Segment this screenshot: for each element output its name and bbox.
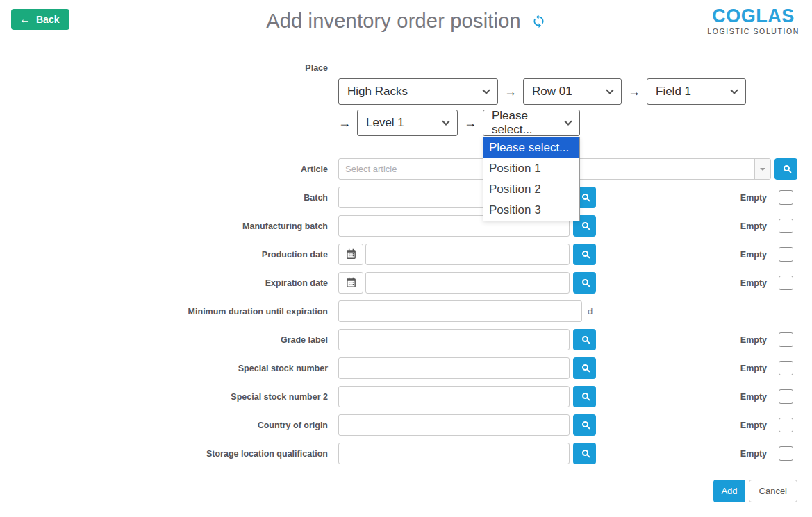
- batch-empty-checkbox[interactable]: [779, 190, 793, 205]
- minimum-duration-row: Minimum duration until expiration d: [0, 300, 812, 322]
- batch-row: Batch Empty: [0, 187, 812, 208]
- minimum-duration-input[interactable]: [338, 300, 582, 322]
- search-icon: [582, 393, 588, 399]
- place-level-select[interactable]: Level 1: [357, 110, 458, 136]
- special-stock-number-2-empty-checkbox[interactable]: [779, 389, 793, 404]
- grade-label-empty-checkbox[interactable]: [779, 332, 793, 347]
- storage-location-qualification-empty-label: Empty: [740, 449, 767, 459]
- page-title: Add inventory order position: [266, 10, 521, 33]
- manufacturing-batch-row: Manufacturing batch Empty: [0, 215, 812, 237]
- back-button-label: Back: [36, 14, 59, 25]
- special-stock-number-input[interactable]: [338, 357, 570, 379]
- arrow-right-icon: →: [338, 116, 351, 130]
- place-field-select[interactable]: Field 1: [647, 78, 746, 105]
- cancel-button[interactable]: Cancel: [749, 480, 797, 502]
- special-stock-number-2-search-button[interactable]: [573, 386, 596, 407]
- production-date-label: Production date: [0, 250, 328, 260]
- country-of-origin-label: Country of origin: [0, 421, 328, 430]
- expiration-date-input[interactable]: [365, 272, 570, 294]
- special-stock-number-label: Special stock number: [0, 364, 328, 373]
- arrow-right-icon: →: [504, 85, 517, 99]
- logo-wordmark: COGLAS: [707, 6, 799, 26]
- special-stock-number-empty-checkbox[interactable]: [779, 361, 793, 375]
- dropdown-option-position-1[interactable]: Position 1: [483, 158, 579, 179]
- chevron-down-icon: [730, 86, 738, 94]
- manufacturing-batch-label: Manufacturing batch: [0, 221, 328, 231]
- position-dropdown-list: Please select... Position 1 Position 2 P…: [483, 137, 580, 221]
- back-button[interactable]: ← Back: [11, 9, 69, 30]
- form-area: Place High Racks → Row 01 → Field 1: [0, 42, 812, 502]
- header: ← Back Add inventory order position COGL…: [0, 0, 812, 42]
- search-icon: [582, 421, 588, 427]
- country-of-origin-empty-label: Empty: [740, 421, 767, 430]
- article-dropdown-toggle[interactable]: [754, 159, 770, 179]
- chevron-down-icon: [442, 117, 449, 125]
- search-icon: [582, 222, 588, 228]
- chevron-down-icon: [482, 86, 490, 94]
- minimum-duration-label: Minimum duration until expiration: [0, 307, 328, 316]
- dropdown-option-please-select[interactable]: Please select...: [483, 137, 579, 158]
- production-date-row: Production date Empty: [0, 244, 812, 265]
- batch-empty-label: Empty: [740, 193, 767, 203]
- grade-label-search-button[interactable]: [573, 329, 596, 350]
- expiration-date-label: Expiration date: [0, 278, 328, 288]
- article-row: Article: [0, 158, 812, 180]
- form-footer: Add Cancel: [0, 480, 812, 502]
- place-row-value: Row 01: [532, 85, 572, 99]
- grade-label-row: Grade label Empty: [0, 329, 812, 350]
- search-icon: [582, 364, 588, 371]
- arrow-right-icon: →: [628, 85, 640, 99]
- country-of-origin-input[interactable]: [338, 414, 570, 436]
- expiration-date-calendar-button[interactable]: [338, 272, 363, 294]
- search-icon: [582, 279, 588, 285]
- place-section: Place High Racks → Row 01 → Field 1: [0, 63, 812, 136]
- production-date-search-button[interactable]: [573, 244, 596, 265]
- logo-tagline: LOGISTIC SOLUTION: [707, 27, 799, 35]
- place-label: Place: [0, 63, 328, 73]
- place-zone-value: High Racks: [347, 85, 408, 99]
- dropdown-option-position-3[interactable]: Position 3: [483, 200, 579, 221]
- place-position-value: Please select...: [492, 109, 557, 137]
- calendar-icon: [345, 277, 357, 289]
- expiration-date-empty-checkbox[interactable]: [779, 276, 793, 290]
- storage-location-qualification-search-button[interactable]: [573, 443, 596, 464]
- place-level-value: Level 1: [366, 116, 404, 130]
- storage-location-qualification-input[interactable]: [338, 443, 570, 464]
- country-of-origin-search-button[interactable]: [573, 414, 596, 436]
- calendar-icon: [345, 248, 357, 260]
- storage-location-qualification-label: Storage location qualification: [0, 449, 328, 459]
- special-stock-number-2-empty-label: Empty: [740, 392, 767, 402]
- refresh-icon[interactable]: [531, 14, 546, 28]
- production-date-calendar-button[interactable]: [338, 244, 363, 265]
- production-date-input[interactable]: [365, 244, 570, 265]
- expiration-date-row: Expiration date Empty: [0, 272, 812, 294]
- chevron-down-icon: [606, 86, 613, 94]
- place-zone-select[interactable]: High Racks: [338, 78, 498, 105]
- add-button[interactable]: Add: [713, 480, 745, 502]
- article-search-button[interactable]: [774, 158, 797, 180]
- search-icon: [582, 450, 588, 456]
- dropdown-option-position-2[interactable]: Position 2: [483, 179, 579, 200]
- production-date-empty-checkbox[interactable]: [779, 247, 793, 262]
- special-stock-number-search-button[interactable]: [573, 357, 596, 379]
- minimum-duration-unit: d: [588, 306, 593, 316]
- grade-label-input[interactable]: [338, 329, 570, 350]
- search-icon: [582, 251, 588, 257]
- place-field-value: Field 1: [656, 85, 691, 99]
- special-stock-number-2-input[interactable]: [338, 386, 570, 407]
- article-label: Article: [0, 164, 328, 174]
- place-row-select[interactable]: Row 01: [523, 78, 622, 105]
- place-position-select[interactable]: Please select...: [483, 110, 580, 136]
- search-icon: [784, 165, 790, 171]
- search-icon: [582, 336, 588, 342]
- special-stock-number-2-row: Special stock number 2 Empty: [0, 386, 812, 407]
- back-arrow-icon: ←: [19, 14, 31, 25]
- storage-location-qualification-empty-checkbox[interactable]: [779, 446, 793, 461]
- manufacturing-batch-empty-checkbox[interactable]: [779, 219, 793, 233]
- production-date-empty-label: Empty: [740, 250, 767, 260]
- expiration-date-search-button[interactable]: [573, 272, 596, 294]
- special-stock-number-row: Special stock number Empty: [0, 357, 812, 379]
- grade-label-label: Grade label: [0, 335, 328, 345]
- special-stock-number-2-label: Special stock number 2: [0, 392, 328, 402]
- country-of-origin-empty-checkbox[interactable]: [779, 418, 793, 432]
